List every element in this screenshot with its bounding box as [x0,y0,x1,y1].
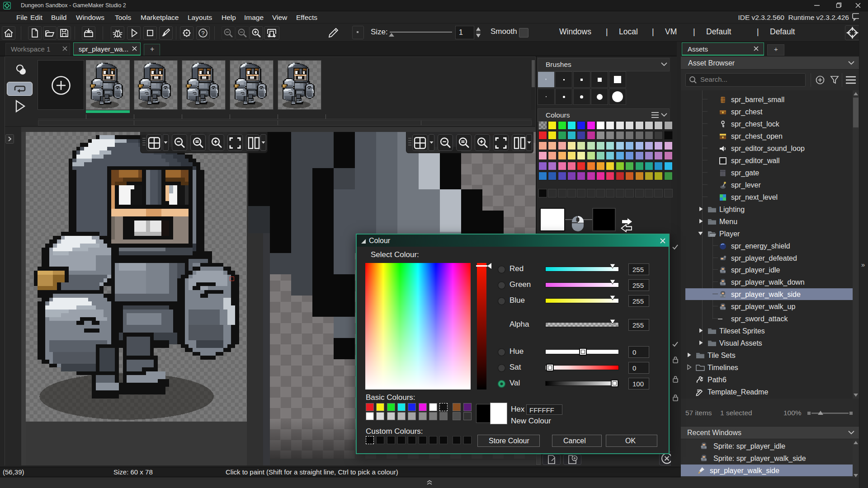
svg-text:?: ? [201,30,204,37]
